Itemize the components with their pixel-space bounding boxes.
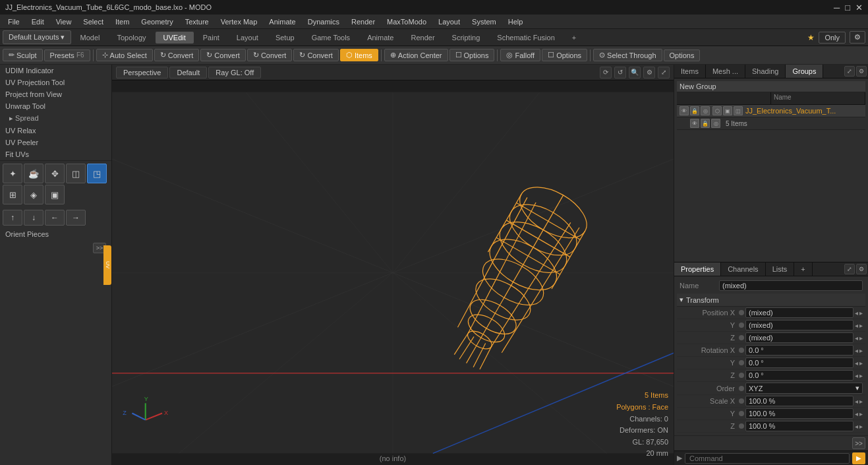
options-btn-1[interactable]: ☐ Options <box>449 49 495 61</box>
left-panel-tab[interactable]: UV <box>103 245 111 285</box>
tab-animate[interactable]: Animate <box>359 32 401 44</box>
menu-view[interactable]: View <box>51 16 77 27</box>
arrow-left-btn[interactable]: ← <box>45 210 65 226</box>
tab-groups[interactable]: Groups <box>786 65 823 78</box>
scale-x-dot[interactable] <box>739 398 744 404</box>
tab-items[interactable]: Items <box>674 65 706 78</box>
tool-move-icon[interactable]: ✦ <box>3 164 22 183</box>
rotation-y-input[interactable] <box>745 357 854 368</box>
position-z-arrow-right[interactable]: ▸ <box>859 334 863 342</box>
command-execute-btn[interactable]: ▶ <box>852 452 865 464</box>
scale-x-input[interactable] <box>745 396 854 406</box>
rb-settings-btn[interactable]: ⚙ <box>856 264 867 274</box>
uv-peeler[interactable]: UV Peeler <box>0 137 111 148</box>
position-y-input[interactable] <box>745 320 854 330</box>
rotation-z-dot[interactable] <box>739 373 744 378</box>
viewport-settings-icon[interactable]: ⚙ <box>643 67 655 78</box>
viewport-expand-icon[interactable]: ⤢ <box>658 67 670 78</box>
add-layout-tab[interactable]: + <box>564 32 584 44</box>
viewport-reset-icon[interactable]: ↺ <box>614 67 626 78</box>
menu-dynamics[interactable]: Dynamics <box>303 16 345 27</box>
new-group-row[interactable]: New Group <box>677 81 865 92</box>
command-input[interactable] <box>685 453 850 464</box>
settings-gear-icon[interactable]: ⚙ <box>850 31 865 44</box>
position-z-dot[interactable] <box>739 335 744 340</box>
tab-layout[interactable]: Layout <box>229 32 266 44</box>
subgroup-render-icon[interactable]: ◎ <box>711 119 720 128</box>
options-btn-2[interactable]: ☐ Options <box>542 49 587 61</box>
menu-texture[interactable]: Texture <box>180 16 214 27</box>
viewport-orbit-icon[interactable]: ⟳ <box>600 67 612 78</box>
default-btn[interactable]: Default <box>169 67 207 78</box>
convert-btn-3[interactable]: ↻ Convert <box>247 49 293 61</box>
convert-btn-1[interactable]: ↻ Convert <box>154 49 200 61</box>
fit-uvs[interactable]: Fit UVs <box>0 148 111 160</box>
rotation-x-arrow-right[interactable]: ▸ <box>859 347 863 354</box>
only-button[interactable]: Only <box>819 32 846 44</box>
tab-properties[interactable]: Properties <box>674 263 721 276</box>
menu-geometry[interactable]: Geometry <box>136 16 178 27</box>
menu-maxtomodo[interactable]: MaxToModo <box>382 16 432 27</box>
menu-item[interactable]: Item <box>110 16 134 27</box>
tool-rotate-icon[interactable]: ☕ <box>24 164 43 183</box>
scale-y-input[interactable] <box>745 408 854 419</box>
group-icon-2[interactable]: ▣ <box>723 106 732 115</box>
menu-edit[interactable]: Edit <box>26 16 49 27</box>
tool-transform-icon[interactable]: ◫ <box>66 164 86 183</box>
group-row-1[interactable]: 👁 🔒 ◎ ⬡ ▣ ◫ JJ_Electronics_Vacuum_T... <box>677 105 865 117</box>
viewport-canvas[interactable]: X Y Z 5 Items Polygons : Face Channels: … <box>112 80 674 465</box>
spread-item[interactable]: ▸ Spread <box>0 112 111 125</box>
close-btn[interactable]: ✕ <box>855 3 863 13</box>
scale-z-arrow-right[interactable]: ▸ <box>859 423 863 430</box>
position-x-arrow-right[interactable]: ▸ <box>859 309 863 317</box>
subgroup-eye-icon[interactable]: 👁 <box>690 119 699 128</box>
tab-model[interactable]: Model <box>72 32 108 44</box>
menu-render[interactable]: Render <box>346 16 380 27</box>
convert-btn-4[interactable]: ↻ Convert <box>293 49 339 61</box>
menu-system[interactable]: System <box>467 16 502 27</box>
tab-scripting[interactable]: Scripting <box>444 32 488 44</box>
scale-x-arrow-right[interactable]: ▸ <box>859 398 863 405</box>
rotation-x-input[interactable] <box>745 345 854 356</box>
position-z-input[interactable] <box>745 332 854 343</box>
rb-expand-btn[interactable]: ⤢ <box>844 264 855 274</box>
arrow-right-btn[interactable]: → <box>66 210 86 226</box>
menu-file[interactable]: File <box>3 16 25 27</box>
items-btn[interactable]: ⬡ Items <box>340 49 378 61</box>
menu-help[interactable]: Help <box>503 16 529 27</box>
tool-scale-icon[interactable]: ✥ <box>45 164 65 183</box>
position-y-arrow-right[interactable]: ▸ <box>859 322 863 329</box>
tool-grid-icon[interactable]: ⊞ <box>3 185 22 204</box>
scale-y-arrow-left[interactable]: ◂ <box>855 410 858 418</box>
rotation-y-dot[interactable] <box>739 360 744 365</box>
sculpt-btn[interactable]: ✏ Sculpt <box>3 49 43 61</box>
tab-uvedit[interactable]: UVEdit <box>156 32 194 44</box>
uv-relax[interactable]: UV Relax <box>0 125 111 137</box>
tab-plus[interactable]: + <box>794 263 812 276</box>
name-input[interactable] <box>719 280 863 291</box>
tab-channels[interactable]: Channels <box>721 263 765 276</box>
options-btn-3[interactable]: Options <box>664 49 701 61</box>
eye-icon[interactable]: 👁 <box>680 106 689 115</box>
maximize-btn[interactable]: □ <box>845 3 850 13</box>
action-center-btn[interactable]: ⊕ Action Center <box>384 49 448 61</box>
arrow-up-btn[interactable]: ↑ <box>3 210 22 226</box>
udim-indicator[interactable]: UDIM Indicator <box>0 65 111 77</box>
rotation-z-input[interactable] <box>745 370 854 381</box>
position-x-arrow-left[interactable]: ◂ <box>855 309 858 317</box>
render-icon[interactable]: ◎ <box>701 106 710 115</box>
position-x-dot[interactable] <box>739 310 744 315</box>
scale-y-arrow-right[interactable]: ▸ <box>859 410 863 418</box>
tab-lists[interactable]: Lists <box>766 263 795 276</box>
viewport-search-icon[interactable]: 🔍 <box>629 67 641 78</box>
forward-btn[interactable]: >> <box>852 437 865 449</box>
perspective-btn[interactable]: Perspective <box>116 67 168 78</box>
falloff-btn[interactable]: ◎ Falloff <box>500 49 540 61</box>
uv-projection-tool[interactable]: UV Projection Tool <box>0 77 111 88</box>
ray-gl-btn[interactable]: Ray GL: Off <box>208 67 261 78</box>
tab-topology[interactable]: Topology <box>109 32 154 44</box>
order-dropdown[interactable]: XYZ ▾ <box>745 383 863 394</box>
tab-setup[interactable]: Setup <box>268 32 303 44</box>
rotation-y-arrow-right[interactable]: ▸ <box>859 359 863 367</box>
group-icon-1[interactable]: ⬡ <box>712 106 722 115</box>
